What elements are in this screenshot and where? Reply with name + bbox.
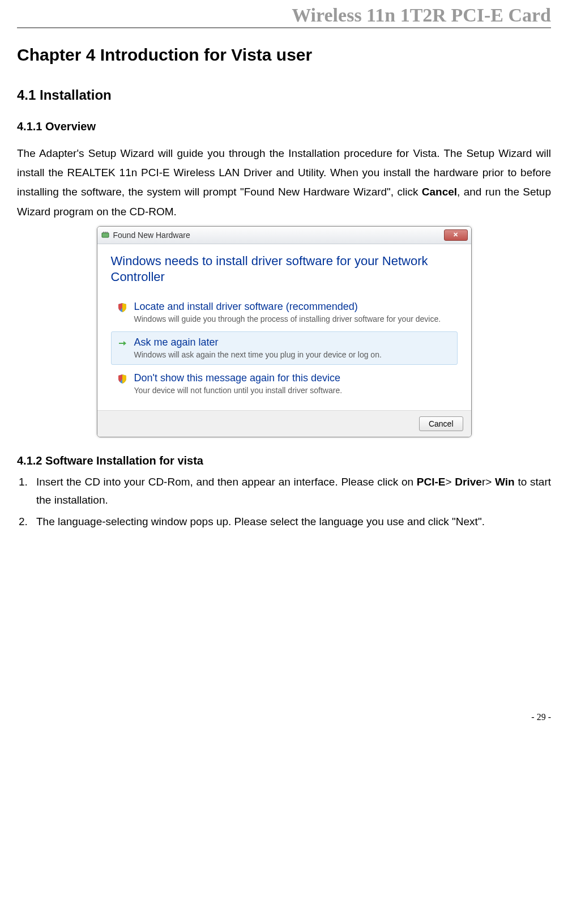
svg-rect-2 bbox=[105, 232, 106, 233]
hardware-icon bbox=[101, 231, 110, 240]
shield-icon bbox=[117, 303, 127, 313]
dialog-title-text: Found New Hardware bbox=[113, 231, 190, 240]
overview-paragraph: The Adapter's Setup Wizard will guide yo… bbox=[17, 144, 551, 222]
li1-bold-pcie: PCI-E bbox=[417, 476, 446, 488]
overview-text-bold-cancel: Cancel bbox=[422, 186, 457, 198]
dialog-heading: Windows needs to install driver software… bbox=[111, 253, 458, 286]
shield-icon bbox=[117, 374, 127, 384]
vista-dialog-screenshot: Found New Hardware ✕ Windows needs to in… bbox=[17, 226, 551, 437]
li1-text-a: Insert the CD into your CD-Rom, and then… bbox=[36, 476, 417, 488]
li1-bold-drive: Drive bbox=[455, 476, 482, 488]
dialog-close-button[interactable]: ✕ bbox=[444, 229, 468, 241]
found-new-hardware-dialog: Found New Hardware ✕ Windows needs to in… bbox=[97, 226, 472, 437]
svg-rect-3 bbox=[106, 232, 108, 233]
svg-rect-1 bbox=[103, 232, 104, 233]
li1-r: r> bbox=[482, 476, 495, 488]
li1-bold-win: Win bbox=[495, 476, 515, 488]
option3-title: Don't show this message again for this d… bbox=[134, 372, 343, 384]
option3-desc: Your device will not function until you … bbox=[134, 385, 343, 395]
dialog-option-locate-install[interactable]: Locate and install driver software (reco… bbox=[111, 296, 458, 329]
dialog-footer: Cancel bbox=[97, 410, 471, 437]
arrow-right-icon bbox=[117, 338, 127, 348]
list-item: The language-selecting window pops up. P… bbox=[31, 513, 551, 531]
close-icon: ✕ bbox=[453, 231, 458, 239]
cancel-button[interactable]: Cancel bbox=[419, 416, 463, 431]
svg-rect-0 bbox=[102, 233, 109, 237]
dialog-titlebar: Found New Hardware ✕ bbox=[97, 227, 471, 244]
subsection-title-4-1-2: 4.1.2 Software Installation for vista bbox=[17, 454, 551, 467]
option1-desc: Windows will guide you through the proce… bbox=[134, 314, 441, 324]
dialog-option-ask-later[interactable]: Ask me again later Windows will ask agai… bbox=[111, 331, 458, 365]
section-title-4-1: 4.1 Installation bbox=[17, 87, 551, 103]
option1-title: Locate and install driver software (reco… bbox=[134, 301, 441, 313]
option2-desc: Windows will ask again the next time you… bbox=[134, 350, 382, 360]
dialog-option-dont-show[interactable]: Don't show this message again for this d… bbox=[111, 367, 458, 401]
page-number: - 29 - bbox=[17, 712, 551, 722]
document-header: Wireless 11n 1T2R PCI-E Card bbox=[17, 0, 551, 28]
subsection-title-4-1-1: 4.1.1 Overview bbox=[17, 120, 551, 133]
chapter-title: Chapter 4 Introduction for Vista user bbox=[17, 45, 551, 65]
option2-title: Ask me again later bbox=[134, 337, 382, 348]
li1-gt1: > bbox=[446, 476, 455, 488]
list-item: Insert the CD into your CD-Rom, and then… bbox=[31, 473, 551, 510]
install-steps-list: Insert the CD into your CD-Rom, and then… bbox=[17, 473, 551, 531]
